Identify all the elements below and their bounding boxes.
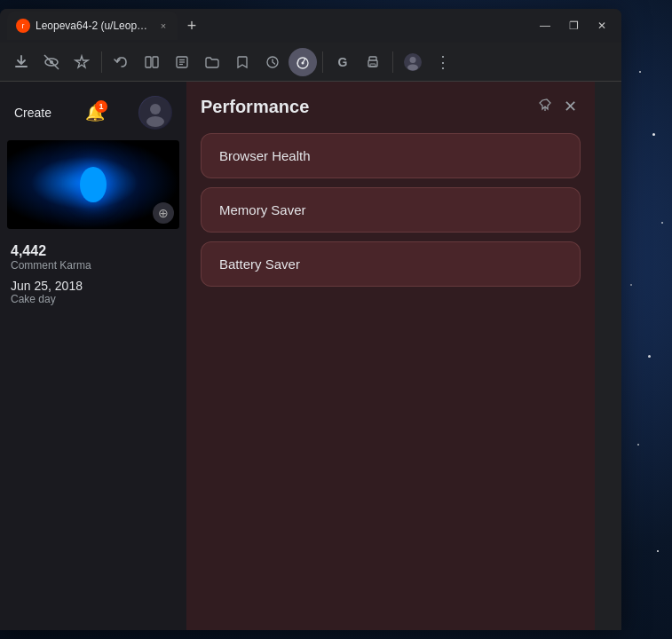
- bookmarks-icon[interactable]: [228, 48, 257, 76]
- print-icon[interactable]: [359, 48, 387, 76]
- svg-rect-4: [146, 57, 151, 67]
- svg-point-17: [407, 64, 418, 70]
- import-icon[interactable]: [7, 48, 36, 76]
- pin-button[interactable]: [538, 98, 552, 115]
- bookmark-star-icon[interactable]: [67, 48, 96, 76]
- active-tab[interactable]: r Leopeva64-2 (u/Leopeva64-2... ×: [7, 12, 178, 40]
- close-button[interactable]: ✕: [589, 16, 614, 36]
- google-icon[interactable]: G: [328, 48, 357, 76]
- svg-rect-14: [370, 64, 376, 67]
- performance-popup-header: Performance ✕: [201, 96, 581, 117]
- divider-1: [101, 51, 102, 73]
- memory-saver-item[interactable]: Memory Saver: [201, 187, 581, 233]
- user-avatar[interactable]: [138, 96, 172, 130]
- notification-bell[interactable]: 🔔 1: [81, 99, 109, 127]
- title-bar: r Leopeva64-2 (u/Leopeva64-2... × + — ❐ …: [0, 9, 621, 43]
- svg-point-16: [410, 57, 416, 63]
- sidebar-stats: 4,442 Comment Karma Jun 25, 2018 Cake da…: [7, 236, 179, 312]
- notification-badge: 1: [95, 100, 107, 113]
- profile-banner-wrapper: ⊕: [7, 140, 179, 229]
- karma-value: 4,442: [11, 243, 176, 259]
- browser-health-item[interactable]: Browser Health: [201, 133, 581, 178]
- divider-3: [392, 51, 393, 73]
- karma-label: Comment Karma: [11, 259, 176, 272]
- performance-header-actions: ✕: [538, 96, 581, 117]
- history-icon[interactable]: [258, 48, 287, 76]
- performance-popup: Performance ✕ Browser Health Memory Save…: [186, 82, 595, 630]
- tab-favicon: r: [16, 19, 30, 33]
- svg-line-3: [44, 55, 59, 69]
- svg-point-12: [302, 61, 304, 64]
- svg-point-20: [146, 116, 164, 127]
- tab-group: r Leopeva64-2 (u/Leopeva64-2... × +: [7, 12, 522, 40]
- battery-saver-item[interactable]: Battery Saver: [201, 241, 581, 287]
- performance-popup-title: Performance: [201, 97, 309, 117]
- cake-day-value: Jun 25, 2018: [11, 279, 176, 293]
- reader-view-icon[interactable]: [138, 48, 166, 76]
- browser-window: r Leopeva64-2 (u/Leopeva64-2... × + — ❐ …: [0, 9, 621, 630]
- window-controls: — ❐ ✕: [533, 16, 614, 36]
- tab-title: Leopeva64-2 (u/Leopeva64-2...: [36, 20, 151, 32]
- more-menu-icon[interactable]: ⋮: [429, 48, 457, 76]
- reading-mode-icon[interactable]: [37, 48, 66, 76]
- divider-2: [322, 51, 323, 73]
- performance-icon[interactable]: [289, 48, 317, 76]
- svg-rect-0: [15, 66, 28, 67]
- new-tab-button[interactable]: +: [179, 13, 204, 38]
- browser-content: Create 🔔 1: [0, 82, 621, 630]
- svg-point-19: [150, 104, 161, 114]
- minimize-button[interactable]: —: [533, 16, 557, 36]
- tab-close-button[interactable]: ×: [156, 19, 170, 33]
- notes-icon[interactable]: [168, 48, 196, 76]
- add-photo-button[interactable]: ⊕: [153, 202, 174, 224]
- performance-close-button[interactable]: ✕: [559, 96, 581, 117]
- history-back-icon[interactable]: [107, 48, 136, 76]
- folder-icon[interactable]: [198, 48, 226, 76]
- maximize-button[interactable]: ❐: [561, 16, 586, 36]
- cake-day-label: Cake day: [11, 293, 176, 305]
- sidebar-top: Create 🔔 1: [7, 92, 179, 133]
- reddit-sidebar: Create 🔔 1: [0, 82, 186, 630]
- create-label[interactable]: Create: [14, 106, 51, 120]
- browser-toolbar: G ⋮: [0, 43, 621, 82]
- svg-rect-5: [153, 57, 158, 67]
- profile-icon[interactable]: [399, 48, 427, 76]
